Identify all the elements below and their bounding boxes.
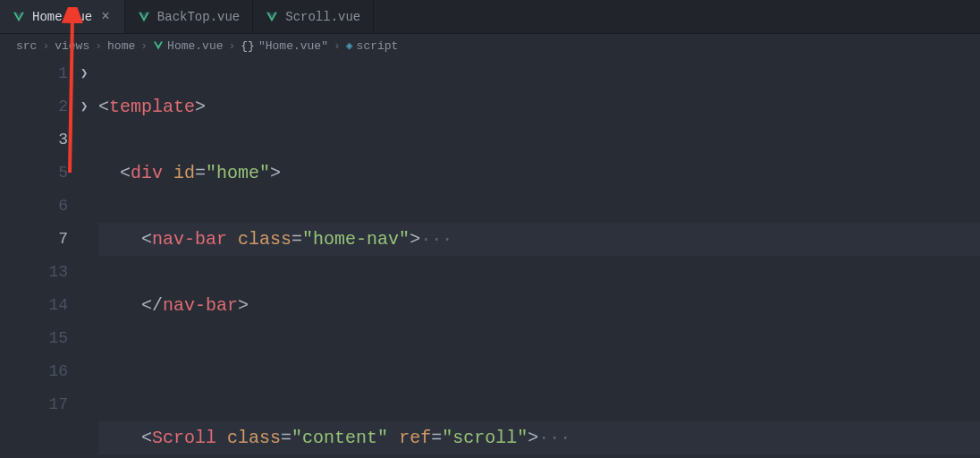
tab-backtop-vue[interactable]: BackTop.vue (125, 0, 253, 33)
breadcrumb: src › views › home › Home.vue › {} "Home… (0, 34, 980, 57)
chevron-right-icon: › (140, 39, 148, 53)
chevron-right-icon: › (95, 39, 102, 53)
vue-icon (153, 40, 164, 51)
folded-dots[interactable]: ··· (538, 428, 570, 448)
tab-label: Home.vue (32, 10, 92, 24)
breadcrumb-item[interactable]: ◈ script (346, 38, 399, 53)
vue-icon (138, 11, 150, 23)
line-numbers: 1 2 3 5 6 7 13 14 15 16 17 (0, 57, 80, 458)
cube-icon: ◈ (346, 38, 353, 53)
tab-label: BackTop.vue (157, 10, 240, 24)
fold-icon[interactable]: ❯ (80, 57, 98, 90)
fold-gutter: ❯ ❯ (80, 57, 98, 458)
code-area[interactable]: <template> <div id="home"> <nav-bar clas… (98, 57, 980, 458)
braces-icon: {} (241, 39, 255, 53)
fold-icon[interactable]: ❯ (80, 90, 98, 123)
chevron-right-icon: › (229, 39, 236, 53)
vue-icon (266, 11, 278, 23)
vue-icon (13, 11, 25, 23)
breadcrumb-item[interactable]: views (55, 39, 89, 53)
tab-bar: Home.vue × BackTop.vue Scroll.vue (0, 0, 980, 34)
folded-dots[interactable]: ··· (420, 229, 452, 250)
tab-scroll-vue[interactable]: Scroll.vue (253, 0, 374, 33)
breadcrumb-item[interactable]: Home.vue (153, 39, 223, 53)
chevron-right-icon: › (42, 39, 49, 53)
tab-home-vue[interactable]: Home.vue × (0, 0, 125, 33)
chevron-right-icon: › (334, 39, 341, 53)
breadcrumb-item[interactable]: {} "Home.vue" (241, 39, 328, 53)
breadcrumb-item[interactable]: src (16, 39, 37, 53)
breadcrumb-item[interactable]: home (107, 39, 135, 53)
editor[interactable]: 1 2 3 5 6 7 13 14 15 16 17 ❯ ❯ <template… (0, 57, 980, 458)
close-icon[interactable]: × (99, 9, 112, 25)
tab-label: Scroll.vue (285, 10, 360, 24)
